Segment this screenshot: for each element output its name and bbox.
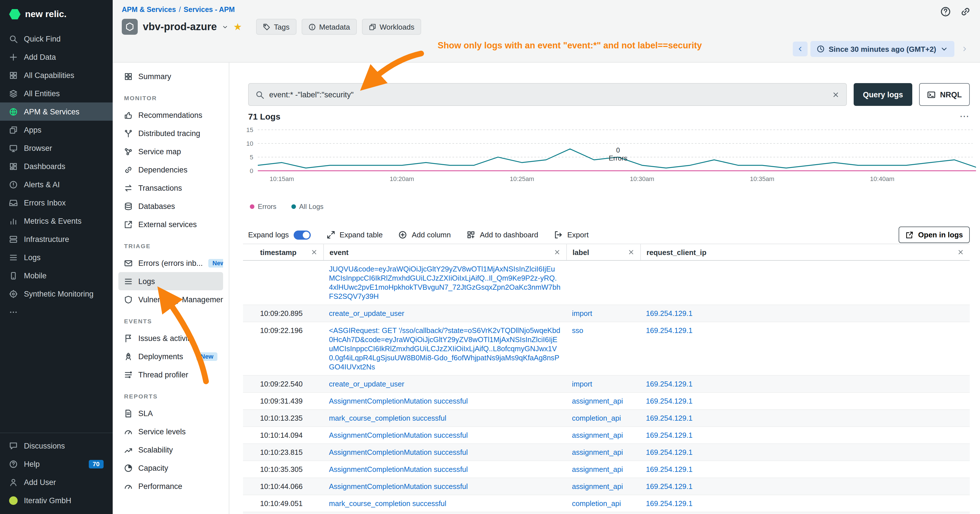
ip-link[interactable]: 169.254.129.1	[646, 465, 693, 474]
label-link[interactable]: assignment_api	[572, 397, 623, 405]
add-to-dashboard-button[interactable]: Add to dashboard	[467, 231, 538, 239]
sidebar-item-all-entities[interactable]: All Entities	[0, 84, 113, 102]
ip-link[interactable]: 169.254.129.1	[646, 448, 693, 457]
event-link[interactable]: JUQVU&code=eyJraWQiOiJjcGltY29yZV8wOTl1M…	[329, 265, 560, 301]
workloads-chip[interactable]: Workloads	[362, 19, 421, 35]
label-link[interactable]: completion_api	[572, 414, 621, 422]
sidebar-item-dashboards[interactable]: Dashboards	[0, 157, 113, 175]
favorite-star-icon[interactable]: ★	[233, 22, 242, 32]
ip-link[interactable]: 169.254.129.1	[646, 431, 693, 439]
event-link[interactable]: mark_course_completion successful	[329, 414, 447, 422]
table-row[interactable]: 10:09:31.439AssignmentCompletionMutation…	[243, 393, 970, 410]
time-picker[interactable]: Since 30 minutes ago (GMT+2)	[810, 41, 955, 57]
table-row[interactable]: 10:10:49.051mark_course_completion succe…	[243, 495, 970, 512]
sidebar-item-more[interactable]	[0, 303, 113, 321]
menu-item-thread-profiler[interactable]: Thread profiler	[118, 366, 223, 384]
permalink-icon[interactable]	[960, 6, 971, 17]
remove-column-icon[interactable]	[554, 249, 560, 256]
label-link[interactable]: import	[572, 309, 592, 318]
add-column-button[interactable]: Add column	[399, 231, 451, 239]
sidebar-item-help[interactable]: Help70	[0, 455, 113, 473]
menu-item-service-levels[interactable]: Service levels	[118, 422, 223, 441]
expand-table-button[interactable]: Expand table	[326, 231, 383, 239]
ip-link[interactable]: 169.254.129.1	[646, 499, 693, 508]
nrql-button[interactable]: NRQL	[919, 83, 970, 106]
new-relic-logo[interactable]: new relic.	[0, 0, 113, 30]
label-link[interactable]: assignment_api	[572, 482, 623, 491]
event-link[interactable]: AssignmentCompletionMutation successful	[329, 482, 468, 491]
menu-item-summary[interactable]: Summary	[118, 67, 223, 85]
sidebar-item-apps[interactable]: Apps	[0, 121, 113, 139]
menu-item-sla[interactable]: SLA	[118, 404, 223, 422]
event-link[interactable]: mark_course_completion successful	[329, 499, 447, 508]
sidebar-item-logs[interactable]: Logs	[0, 248, 113, 266]
log-query-input[interactable]	[269, 90, 827, 99]
expand-logs-toggle[interactable]	[293, 230, 310, 239]
event-link[interactable]: AssignmentCompletionMutation successful	[329, 431, 468, 439]
sidebar-item-synthetic-monitoring[interactable]: Synthetic Monitoring	[0, 285, 113, 303]
menu-item-errors-inbox[interactable]: Errors (errors inb...New	[118, 254, 223, 272]
help-icon[interactable]	[940, 6, 951, 17]
menu-item-service-map[interactable]: Service map	[118, 142, 223, 161]
remove-column-icon[interactable]	[628, 249, 635, 256]
column-header-label[interactable]: label	[566, 244, 640, 260]
column-header-event[interactable]: event	[323, 244, 566, 260]
entity-chevron-down-icon[interactable]	[222, 24, 228, 30]
entity-name[interactable]: vbv-prod-azure	[143, 21, 217, 33]
label-link[interactable]: import	[572, 380, 592, 388]
table-row[interactable]: 10:10:44.066AssignmentCompletionMutation…	[243, 478, 970, 495]
label-link[interactable]: completion_api	[572, 499, 621, 508]
event-link[interactable]: create_or_update_user	[329, 309, 404, 318]
event-link[interactable]: create_or_update_user	[329, 380, 404, 388]
table-row[interactable]: 10:09:20.895create_or_update_userimport1…	[243, 305, 970, 322]
ip-link[interactable]: 169.254.129.1	[646, 397, 693, 405]
menu-item-logs[interactable]: Logs	[118, 272, 223, 290]
breadcrumb-link-services-apm[interactable]: Services - APM	[183, 6, 235, 14]
table-row[interactable]: 10:09:22.196<ASGIRequest: GET '/sso/call…	[243, 322, 970, 376]
menu-item-recommendations[interactable]: Recommendations	[118, 106, 223, 124]
sidebar-item-add-data[interactable]: Add Data	[0, 48, 113, 66]
menu-item-issues-activity[interactable]: Issues & activity	[118, 329, 223, 347]
menu-item-external-services[interactable]: External services	[118, 215, 223, 233]
menu-item-databases[interactable]: Databases	[118, 197, 223, 215]
more-options-icon[interactable]: ⋯	[959, 110, 970, 123]
open-in-logs-button[interactable]: Open in logs	[899, 226, 970, 243]
sidebar-item-account[interactable]: Iterativ GmbH	[0, 491, 113, 509]
table-row[interactable]: 10:11:00.311AssignmentCompletionMutation…	[243, 512, 970, 514]
ip-link[interactable]: 169.254.129.1	[646, 414, 693, 422]
time-forward-button[interactable]	[957, 41, 972, 56]
menu-item-scalability[interactable]: Scalability	[118, 441, 223, 459]
sidebar-item-mobile[interactable]: Mobile	[0, 266, 113, 285]
ip-link[interactable]: 169.254.129.1	[646, 380, 693, 388]
remove-column-icon[interactable]	[957, 249, 964, 256]
event-link[interactable]: AssignmentCompletionMutation successful	[329, 448, 468, 457]
sidebar-item-discussions[interactable]: Discussions	[0, 437, 113, 455]
sidebar-item-infrastructure[interactable]: Infrastructure	[0, 230, 113, 248]
column-header-request-client-ip[interactable]: request_client_ip	[640, 244, 970, 260]
sidebar-item-alerts-ai[interactable]: Alerts & AI	[0, 175, 113, 194]
table-row[interactable]: 10:10:14.094AssignmentCompletionMutation…	[243, 427, 970, 444]
ip-link[interactable]: 169.254.129.1	[646, 482, 693, 491]
event-link[interactable]: <ASGIRequest: GET '/sso/callback/?state=…	[329, 326, 560, 371]
sidebar-item-add-user[interactable]: Add User	[0, 473, 113, 491]
table-row[interactable]: 10:09:22.540create_or_update_userimport1…	[243, 376, 970, 393]
label-link[interactable]: assignment_api	[572, 431, 623, 439]
export-button[interactable]: Export	[554, 231, 589, 239]
label-link[interactable]: sso	[572, 326, 583, 335]
ip-link[interactable]: 169.254.129.1	[646, 326, 693, 335]
sidebar-item-errors-inbox[interactable]: Errors Inbox	[0, 194, 113, 212]
menu-item-distributed-tracing[interactable]: Distributed tracing	[118, 124, 223, 142]
menu-item-dependencies[interactable]: Dependencies	[118, 161, 223, 179]
sidebar-item-browser[interactable]: Browser	[0, 139, 113, 157]
sidebar-item-metrics-events[interactable]: Metrics & Events	[0, 212, 113, 230]
table-row[interactable]: 10:10:13.235mark_course_completion succe…	[243, 410, 970, 427]
ip-link[interactable]: 169.254.129.1	[646, 309, 693, 318]
event-link[interactable]: AssignmentCompletionMutation successful	[329, 465, 468, 474]
table-row[interactable]: 10:10:35.305AssignmentCompletionMutation…	[243, 461, 970, 478]
menu-item-transactions[interactable]: Transactions	[118, 179, 223, 197]
legend-item-errors[interactable]: Errors	[250, 203, 276, 211]
tags-chip[interactable]: Tags	[256, 19, 296, 35]
query-logs-button[interactable]: Query logs	[854, 83, 912, 106]
metadata-chip[interactable]: Metadata	[302, 19, 357, 35]
time-back-button[interactable]	[793, 41, 808, 56]
